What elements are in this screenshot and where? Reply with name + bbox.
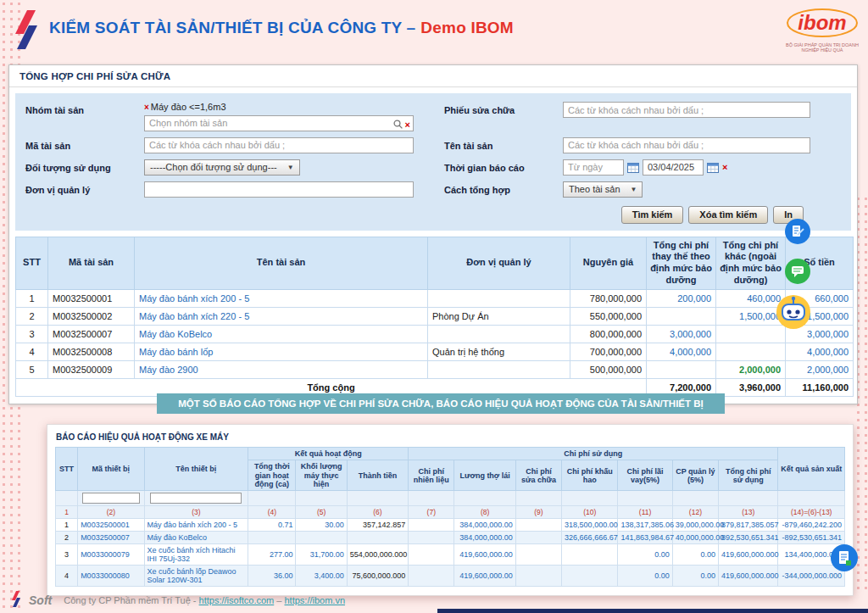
chevron-down-icon: ▼	[631, 186, 637, 193]
column-header: Thành tiền	[347, 460, 408, 491]
repair-ticket-input[interactable]	[563, 102, 810, 118]
search-icon[interactable]	[393, 117, 403, 132]
column-number-row: 1 (2) (3) (4) (5) (6) (7) (8) (9) (10) (…	[56, 506, 845, 519]
search-button[interactable]: Tìm kiếm	[621, 206, 684, 224]
usage-object-select[interactable]: -----Chọn đối tượng sử dụng---▼	[144, 159, 300, 176]
isoft-footer-logo-text: Soft	[29, 593, 52, 607]
column-header: Lương thợ lái	[454, 460, 515, 491]
efficiency-report-table: STT Mã thiết bị Tên thiết bị Kết quả hoạ…	[55, 447, 845, 587]
table-row: 5 M0032500009 Máy đào 2900 500,000,000 2…	[16, 360, 854, 378]
efficiency-report-panel: BÁO CÁO HIỆU QUẢ HOẠT ĐỘNG XE MÁY STT Mã…	[47, 424, 854, 596]
cell-code: M0032500008	[48, 343, 135, 360]
column-header-other: Tổng chi phí khác (ngoài định mức bảo dư…	[716, 237, 786, 289]
document-icon[interactable]	[831, 544, 858, 571]
asset-name-input[interactable]	[563, 137, 810, 153]
cell-stt: 5	[16, 360, 48, 378]
equipment-code-link[interactable]: M0032500001	[78, 519, 144, 532]
clear-icon[interactable]: ×	[405, 120, 410, 130]
asset-name-link[interactable]: Máy đào bánh xích 200 - 5	[135, 289, 428, 307]
table-row: 1 M0032500001 Máy đào bánh xích 200 - 5 …	[16, 289, 854, 307]
isoft-footer-logo	[8, 589, 24, 611]
cell-code: M0032500007	[48, 325, 135, 343]
table-row: 4 M0033000080 Xe cuốc bánh lốp Deawoo So…	[56, 566, 845, 587]
asset-group-input[interactable]	[144, 115, 414, 131]
cell-other	[716, 343, 786, 360]
remove-tag-icon[interactable]: ×	[144, 103, 149, 112]
field-don-vi: Đơn vị quản lý	[25, 181, 422, 198]
equipment-name-link[interactable]: Xe cuốc bánh xích Hitachi IHI 75Uj-332	[144, 544, 248, 566]
column-header-replace: Tổng chi phí thay thế theo định mức bảo …	[647, 237, 716, 289]
cell-cost: 800,000,000	[570, 325, 647, 343]
search-form: Nhóm tài sản ×Máy đào <=1,6m3 ×	[15, 93, 851, 231]
robot-mascot-icon[interactable]	[775, 293, 812, 331]
cell-cost: 550,000,000	[570, 307, 647, 325]
ibom-logo-text: ibom	[798, 11, 846, 34]
cell-unit: Phòng Dự Án	[428, 307, 570, 325]
label-cach-tong-hop: Cách tổng hợp	[444, 181, 563, 195]
name-filter-input[interactable]	[150, 493, 242, 504]
cell-cost: 700,000,000	[570, 343, 647, 360]
page-title-accent: Demo IBOM	[420, 19, 513, 36]
chevron-down-icon: ▼	[287, 164, 294, 171]
repair-cost-table: STT Mã tài sản Tên tài sản Đơn vị quản l…	[15, 237, 854, 397]
section-banner: MỘT SỐ BÁO CÁO TỔNG HỢP VỀ CHI PHÍ SỬA C…	[157, 393, 725, 414]
clear-date-icon[interactable]: ×	[722, 163, 727, 172]
column-header-name: Tên tài sản	[135, 237, 428, 289]
cell-stt: 1	[56, 519, 78, 532]
field-doi-tuong: Đối tượng sử dụng -----Chọn đối tượng sử…	[25, 159, 422, 176]
field-phieu-sua-chua: Phiếu sửa chữa	[444, 102, 841, 131]
table-row: 4 M0032500008 Máy đào bánh lốp Quản trị …	[16, 343, 854, 360]
equipment-code-link[interactable]: M0033000079	[78, 544, 144, 566]
summary-mode-select[interactable]: Theo tài sản▼	[563, 181, 643, 198]
calendar-icon[interactable]	[627, 162, 639, 173]
cell-amount: 4,000,000	[786, 343, 854, 360]
group-header-cost: Chi phí sử dụng	[409, 448, 778, 460]
bottom-accent-bar	[437, 609, 868, 613]
form-buttons: Tìm kiếm Xóa tìm kiếm In	[444, 206, 841, 224]
chat-icon[interactable]	[785, 259, 810, 284]
equipment-name-link[interactable]: Xe cuốc bánh lốp Deawoo Solar 120W-301	[144, 566, 248, 587]
group-header-activity: Kết quả hoạt động	[248, 448, 409, 460]
label-phieu-sua-chua: Phiếu sửa chữa	[444, 102, 563, 115]
isoftco-link[interactable]: https://isoftco.com	[199, 595, 275, 605]
clear-search-button[interactable]: Xóa tìm kiếm	[688, 206, 768, 224]
equipment-code-link[interactable]: M0032500007	[78, 532, 144, 544]
label-don-vi: Đơn vị quản lý	[25, 181, 144, 195]
label-nhom-tai-san: Nhóm tài sản	[25, 102, 144, 115]
page-title: KIỂM SOÁT TÀI SẢN/THIẾT BỊ CỦA CÔNG TY –…	[49, 19, 514, 37]
compose-note-icon[interactable]	[785, 219, 810, 244]
asset-code-input[interactable]	[144, 137, 414, 153]
calendar-icon[interactable]	[707, 162, 719, 173]
column-header-unit: Đơn vị quản lý	[428, 237, 570, 289]
ibom-link[interactable]: https://ibom.vn	[285, 595, 346, 605]
table-header-row: STT Mã tài sản Tên tài sản Đơn vị quản l…	[16, 237, 854, 289]
equipment-name-link[interactable]: Máy đào bánh xích 200 - 5	[144, 519, 248, 532]
asset-name-link[interactable]: Máy đào 2900	[135, 360, 428, 378]
column-header: Chi phí sửa chữa	[515, 460, 561, 491]
cell-cost: 500,000,000	[570, 360, 647, 378]
cell-stt: 4	[16, 343, 48, 360]
cell-code: M0032500002	[48, 307, 135, 325]
date-to-input[interactable]	[643, 159, 704, 176]
total-other: 3,960,000	[716, 378, 786, 396]
asset-name-link[interactable]: Máy đào bánh lốp	[135, 343, 428, 360]
panel2-title: BÁO CÁO HIỆU QUẢ HOẠT ĐỘNG XE MÁY	[55, 430, 845, 447]
field-thoi-gian: Thời gian báo cáo ×	[444, 159, 841, 176]
cell-replace	[647, 307, 716, 325]
equipment-code-link[interactable]: M0033000080	[78, 566, 144, 587]
page-title-main: KIỂM SOÁT TÀI SẢN/THIẾT BỊ CỦA CÔNG TY –	[49, 19, 415, 36]
cell-replace: 4,000,000	[647, 343, 716, 360]
equipment-name-link[interactable]: Máy đào KoBelco	[144, 532, 248, 544]
date-from-input[interactable]	[563, 159, 624, 176]
column-header: Chi phí lãi vay(5%)	[618, 460, 672, 491]
code-filter-input[interactable]	[82, 493, 140, 504]
asset-name-link[interactable]: Máy đào KoBelco	[135, 325, 428, 343]
table-row: 3 M0033000079 Xe cuốc bánh xích Hitachi …	[56, 544, 845, 566]
asset-name-link[interactable]: Máy đào bánh xích 220 - 5	[135, 307, 428, 325]
panel1-title: TỔNG HỢP CHI PHÍ SỬA CHỮA	[9, 65, 857, 87]
managing-unit-input[interactable]	[144, 181, 414, 198]
filter-row	[56, 491, 845, 506]
cell-replace: 3,000,000	[647, 325, 716, 343]
column-header: Chi phí nhiên liệu	[409, 460, 454, 491]
column-header-stt: STT	[16, 237, 48, 289]
